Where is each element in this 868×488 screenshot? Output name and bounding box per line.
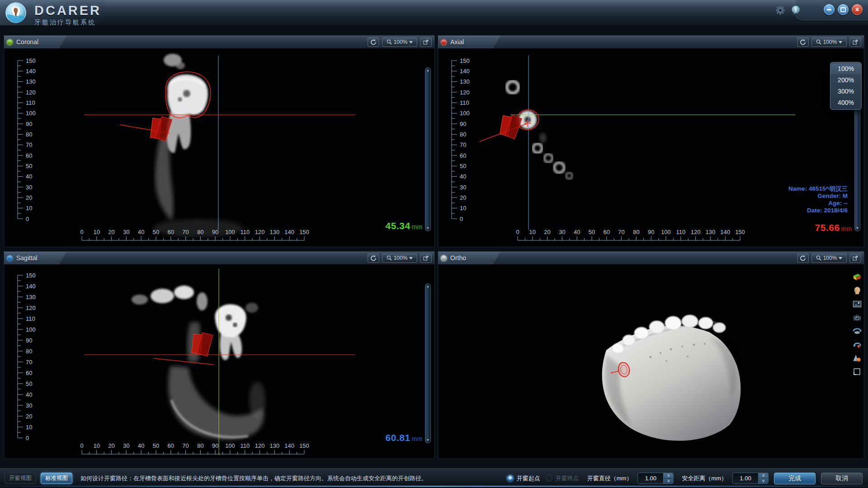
camera-icon[interactable]	[853, 313, 862, 322]
ortho-tool-rail	[852, 272, 863, 376]
maximize-icon	[840, 7, 846, 12]
end-point-radio[interactable]: 开窗终点	[546, 474, 579, 483]
scroll-down-icon: ▼	[426, 438, 429, 442]
done-button[interactable]: 完成	[774, 473, 816, 484]
slice-scrollbar[interactable]: ▲ ▼	[425, 67, 431, 231]
expand-panel-button[interactable]	[849, 38, 861, 47]
panel-ortho: Ortho 100%	[438, 251, 864, 459]
coronal-viewport[interactable]: 0102030405060708090100110120130140150 01…	[4, 48, 434, 247]
panel-header: Ortho 100%	[438, 252, 864, 265]
ortho-status-dot	[441, 255, 447, 261]
reset-view-button[interactable]	[368, 253, 379, 263]
diameter-value[interactable]: 1.00	[638, 473, 663, 483]
axial-status-dot	[441, 39, 447, 45]
app-title: DCARER	[34, 3, 101, 18]
scroll-down-icon: ▼	[856, 226, 859, 230]
head-view-icon[interactable]	[853, 286, 862, 295]
magnifier-icon	[387, 39, 392, 45]
ortho-viewport[interactable]	[438, 264, 864, 459]
panel-title: Coronal	[16, 38, 38, 46]
reset-view-button[interactable]	[368, 38, 379, 47]
screenshot-image-icon[interactable]	[853, 300, 862, 309]
panel-title: Ortho	[450, 254, 466, 262]
stepper-down-icon[interactable]: ∨	[759, 479, 768, 483]
window-view-button[interactable]: 开窗视图	[5, 473, 36, 484]
panel-axial: Axial 100%	[438, 35, 864, 247]
stepper-up-icon[interactable]: ∧	[664, 473, 673, 479]
zoom-level-button[interactable]: 100%	[382, 38, 417, 47]
safety-distance-value[interactable]: 1.00	[733, 473, 758, 483]
volume-clip-icon[interactable]	[853, 354, 862, 363]
sagittal-ct-image	[4, 264, 434, 459]
app-logo-tooth-icon	[5, 2, 26, 23]
rotate-orbit-icon[interactable]	[853, 340, 862, 349]
expand-panel-button[interactable]	[420, 253, 432, 263]
cancel-button[interactable]: 取消	[821, 473, 863, 484]
panel-sagittal: Sagittal 100%	[4, 251, 435, 459]
diameter-stepper[interactable]: 1.00 ∧ ∨	[637, 473, 674, 484]
close-icon: ×	[855, 6, 859, 13]
crop-resize-icon[interactable]	[853, 367, 862, 376]
minimize-button[interactable]	[824, 4, 835, 15]
expand-panel-button[interactable]	[420, 38, 432, 47]
coronal-measurement: 45.34mm	[386, 221, 423, 231]
app-subtitle: 牙髓治疗导航系统	[34, 19, 101, 27]
settings-gear-icon[interactable]	[776, 5, 785, 14]
stepper-up-icon[interactable]: ∧	[759, 473, 768, 479]
expand-panel-button[interactable]	[849, 253, 861, 263]
radio-selected-icon	[507, 475, 514, 482]
zoom-option-400[interactable]: 400%	[830, 97, 861, 108]
instruction-text: 如何设计开窗路径：在牙槽骨表面和接近根尖处的牙槽骨位置按顺序单击，确定开窗路径方…	[80, 474, 427, 483]
zoom-level-button[interactable]: 100%	[811, 38, 847, 47]
reset-view-button[interactable]	[797, 253, 809, 263]
sagittal-measurement: 60.81mm	[386, 432, 423, 443]
coronal-status-dot	[7, 39, 13, 45]
reset-view-button[interactable]	[797, 38, 809, 47]
zoom-level-value: 100%	[394, 255, 408, 261]
coronal-ct-image	[4, 48, 434, 247]
panel-title: Axial	[450, 38, 464, 46]
bottom-toolbar: 开窗视图 标准视图 如何设计开窗路径：在牙槽骨表面和接近根尖处的牙槽骨位置按顺序…	[0, 468, 868, 488]
axial-viewport[interactable]: 0102030405060708090100110120130140150 01…	[438, 48, 864, 247]
rotate-horizontal-icon[interactable]	[853, 327, 862, 336]
start-point-radio[interactable]: 开窗起点	[507, 474, 540, 483]
sagittal-status-dot	[7, 255, 13, 261]
patient-info: Name: 46515^胡汉三 Gender: M Age: -- Date: …	[788, 185, 848, 214]
title-bar: DCARER 牙髓治疗导航系统	[0, 0, 868, 26]
safety-distance-stepper[interactable]: 1.00 ∧ ∨	[732, 473, 769, 484]
zoom-dropdown: 100% 200% 300% 400%	[830, 62, 862, 110]
zoom-option-200[interactable]: 200%	[830, 75, 861, 86]
standard-view-button[interactable]: 标准视图	[41, 473, 72, 484]
scroll-up-icon: ▲	[426, 69, 429, 72]
orientation-axes-icon[interactable]	[853, 272, 862, 282]
zoom-level-value: 100%	[394, 39, 408, 45]
zoom-option-100[interactable]: 100%	[830, 63, 861, 75]
minimize-icon	[827, 9, 831, 10]
zoom-level-button[interactable]: 100%	[811, 253, 847, 263]
panel-header: Sagittal 100%	[4, 252, 434, 265]
magnifier-icon	[816, 39, 821, 45]
panel-header: Coronal 100%	[4, 36, 434, 49]
chevron-down-icon	[409, 257, 413, 259]
zoom-option-300[interactable]: 300%	[830, 86, 861, 97]
scroll-down-icon: ▼	[426, 226, 429, 230]
maximize-button[interactable]	[838, 4, 849, 15]
zoom-level-value: 100%	[823, 39, 837, 45]
panel-title: Sagittal	[16, 254, 38, 262]
magnifier-icon	[387, 255, 392, 261]
chevron-down-icon	[839, 257, 842, 259]
panel-tab	[438, 36, 500, 48]
stepper-down-icon[interactable]: ∨	[664, 479, 673, 483]
safety-distance-label: 安全距离（mm）	[682, 474, 727, 483]
zoom-level-button[interactable]: 100%	[382, 253, 417, 263]
zoom-level-value: 100%	[823, 255, 837, 261]
axial-ct-image	[438, 48, 864, 247]
help-info-icon[interactable]	[791, 5, 800, 14]
panel-tab	[438, 252, 500, 264]
axial-measurement: 75.66mm	[815, 222, 852, 233]
brand-block: DCARER 牙髓治疗导航系统	[34, 3, 101, 27]
close-button[interactable]: ×	[852, 4, 863, 15]
panel-header: Axial 100%	[438, 36, 864, 49]
slice-scrollbar[interactable]: ▲ ▼	[425, 283, 431, 443]
sagittal-viewport[interactable]: 0102030405060708090100110120130140150 01…	[4, 264, 434, 459]
